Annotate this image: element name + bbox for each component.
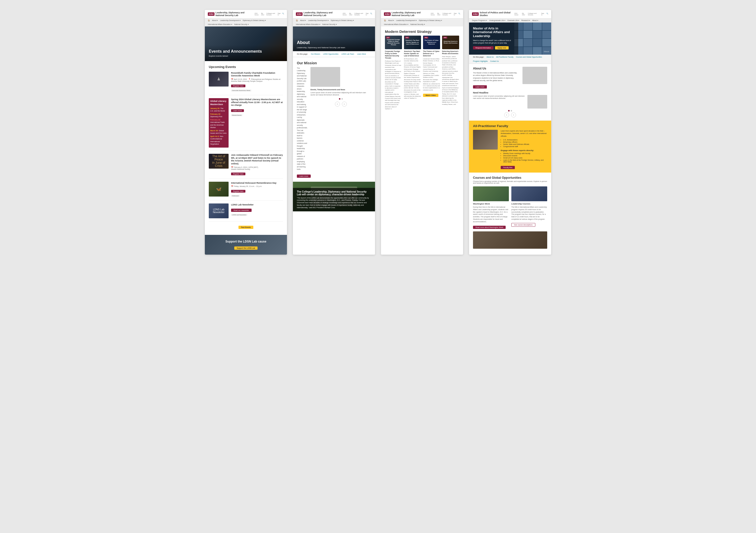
engage-list: Weekly Zoom meetings with faculty Discus… (501, 153, 547, 163)
nav-about-4[interactable]: About ▾ (532, 19, 538, 21)
nav-undergrad-4[interactable]: Undergraduate Life ▾ (489, 19, 505, 21)
request-info-btn[interactable]: Request information (473, 46, 494, 49)
nav-top-signin-1[interactable]: Sign In (278, 13, 281, 15)
nav-signin-4[interactable]: Sign In (541, 13, 545, 15)
search-icon-4[interactable]: 🔍 (547, 13, 548, 15)
register-btn-holocaust[interactable]: Register here (231, 190, 245, 192)
nav-diplomacy-3[interactable]: Diplomacy & Global Literacy ▾ (419, 19, 442, 21)
asu-logo-thumb-2: ASU (405, 37, 409, 38)
on-this-page-contact[interactable]: Contact Us (490, 60, 499, 62)
need-arrow-next[interactable]: › (511, 113, 516, 117)
mission-section: Our Mission The Leadership, Diplomacy an… (293, 57, 375, 182)
past-events-btn[interactable]: Past Events (238, 226, 253, 229)
video-card-2: ASU America's Top Nazi-Hunter Speaks on … (404, 36, 421, 110)
nav-colleges-4[interactable]: Colleges and Schools (528, 13, 540, 15)
nav-link-security-1[interactable]: National Security ▾ (234, 23, 249, 25)
faculty-content: Learn from experts who have spent decade… (473, 130, 547, 169)
on-this-page-mission[interactable]: Our Mission (311, 53, 320, 55)
courses-grid: Washington Week During their time in the… (473, 187, 547, 229)
event-meta-genocide: 📅 April 13-19, 2024 📍 Philosophical and … (231, 78, 283, 82)
on-this-page-team[interactable]: LDNS Lab Team (341, 53, 354, 55)
on-this-page-courses[interactable]: Courses and Global Opportunities (516, 56, 542, 58)
video-thumb-3: ASU The Future of Cyber Defense as a Det… (423, 36, 440, 49)
nav-home-icon-3[interactable]: 🏠 (384, 19, 386, 21)
on-this-page-learn[interactable]: Learn More (357, 53, 366, 55)
nav-home-3[interactable]: ASU Home (431, 13, 436, 15)
nav-home-4[interactable]: ASU Home (514, 13, 521, 15)
panel-about: ASU Leadership, Diplomacy and National S… (293, 10, 375, 255)
support-btn[interactable]: Support the LDSN Lab (234, 246, 258, 250)
nav-security-3[interactable]: National Security ▾ (410, 23, 425, 25)
nav-leadership-2[interactable]: Leadership Development ▾ (308, 19, 329, 21)
learn-more-about-btn[interactable]: Learn more (473, 85, 487, 89)
nav-link-home-1[interactable]: 🏠 (208, 19, 210, 21)
event-content-newsletter: LDNS Lab Newsletter Read our newsletter … (231, 203, 254, 218)
on-this-page-opportunities[interactable]: LDNS Opportunities (323, 53, 338, 55)
nav-myasu-2[interactable]: My ASU (349, 13, 353, 15)
deterrent-title: Modern Deterrent Strategy (381, 26, 463, 36)
faculty-bios-btn[interactable]: Faculty bios (501, 166, 515, 169)
nav-diplomacy-2[interactable]: Diplomacy & Global Literacy ▾ (331, 19, 354, 21)
nav-security-2[interactable]: National Security ▾ (322, 23, 337, 25)
nav-research-4[interactable]: Research ▾ (521, 19, 530, 21)
about-us-section: About Us The Master of Arts in Internati… (469, 64, 551, 91)
watch-video-btn[interactable]: Watch Video (423, 94, 438, 97)
nav-link-diplomacy-1[interactable]: Diplomacy & Global Literacy ▾ (243, 19, 266, 21)
dot-2 (341, 98, 343, 100)
on-this-page-bar-4: On this page: About Us All-Practitioner … (469, 55, 551, 64)
learn-more-btn-literacy[interactable]: Learn more (231, 109, 244, 112)
nav-top-colleges-1[interactable]: Colleges and Schools (266, 13, 276, 15)
nav-myasu-3[interactable]: My ASU (437, 13, 441, 15)
nav-top-home-1[interactable]: ASU Home (255, 13, 260, 15)
arrow-prev[interactable]: ‹ (335, 102, 340, 107)
nav-links-bar-4: Degree Programs ▾ Undergraduate Life ▾ G… (469, 18, 551, 22)
nav-top-myasu-1[interactable]: My ASU (261, 13, 265, 15)
event-content-ambassador: Join Ambassador Edward O'Donnell on Febr… (231, 154, 283, 175)
nav-myasu-4[interactable]: My ASU (522, 13, 526, 15)
register-btn-ambassador[interactable]: Register here (231, 172, 245, 175)
nav-link-about-1[interactable]: About ▾ (212, 19, 218, 21)
video-thumb-4: ASU Deterring America's Rivals and Enemi… (442, 36, 459, 49)
washington-week-btn[interactable]: Read more about Washington Week (473, 226, 506, 229)
arrow-next[interactable]: › (342, 102, 347, 107)
on-this-page-bar-2: On this page: Our Mission LDNS Opportuni… (293, 51, 375, 57)
nav-colleges-2[interactable]: Colleges and Schools (354, 13, 364, 15)
register-btn-genocide[interactable]: Register here (231, 85, 245, 87)
apply-now-btn[interactable]: Apply now (495, 46, 509, 49)
search-icon-2[interactable]: 🔍 (370, 13, 372, 15)
nav-home-2[interactable]: ASU Home (343, 13, 348, 15)
nav-grad-4[interactable]: Graduate Life ▾ (507, 19, 519, 21)
on-this-page-faculty[interactable]: All-Practitioner Faculty (496, 56, 514, 58)
video-thumb-1: ASU Corporate Foreign Policy to Deter Na… (385, 36, 402, 49)
learn-more-mission-btn[interactable]: Learn more (297, 174, 311, 178)
nav-degree-4[interactable]: Degree Programs ▾ (472, 19, 487, 21)
dot-1 (339, 98, 340, 100)
nav-affairs-2[interactable]: International Affairs Education ▾ (296, 23, 320, 25)
nav-link-affairs-1[interactable]: International Affairs Education ▾ (208, 23, 232, 25)
nav-about-3[interactable]: About ▾ (388, 19, 394, 21)
nav-title-1: Leadership, Diplomacy and National Secur… (215, 12, 253, 17)
nav-home-icon-2[interactable]: 🏠 (296, 19, 298, 21)
search-icon-3[interactable]: 🔍 (458, 13, 460, 15)
on-this-page-highlights[interactable]: Program Highlights (473, 60, 488, 62)
nav-colleges-3[interactable]: Colleges and Schools (442, 13, 452, 15)
event-item-ambassador: The Art of Peacein June of Crisis Join A… (209, 154, 283, 179)
nav-link-leadership-1[interactable]: Leadership Development ▾ (220, 19, 241, 21)
nav-leadership-3[interactable]: Leadership Development ▾ (396, 19, 417, 21)
nav-logo-2: ASU Leadership, Diplomacy and National S… (296, 12, 341, 17)
nav-links-bar-2: 🏠 About ▾ Leadership Development ▾ Diplo… (293, 18, 375, 26)
nav-about-2[interactable]: About ▾ (300, 19, 306, 21)
event-tag-literacy: Masterclasses (231, 114, 242, 116)
need-arrow-prev[interactable]: ‹ (504, 113, 509, 117)
search-icon-1[interactable]: 🔍 (282, 13, 284, 15)
read-newsletter-btn[interactable]: Read our newsletter (231, 209, 252, 212)
nav-links-bar-3: 🏠 About ▾ Leadership Development ▾ Diplo… (381, 18, 463, 26)
course-desc-btn[interactable]: See course descriptions (511, 223, 535, 227)
video-thumb-text-2: America's Top Nazi-Hunter Speaks on Law … (404, 38, 421, 46)
nav-signin-3[interactable]: Sign In (454, 13, 457, 15)
nav-affairs-3[interactable]: International Affairs Education ▾ (384, 23, 408, 25)
hero-overlay-1: Events and Announcements Explore events … (205, 45, 287, 61)
panel-events: ASU Leadership, Diplomacy and National S… (205, 10, 287, 255)
nav-signin-2[interactable]: Sign In (365, 13, 369, 15)
on-this-page-about[interactable]: About Us (487, 56, 494, 58)
